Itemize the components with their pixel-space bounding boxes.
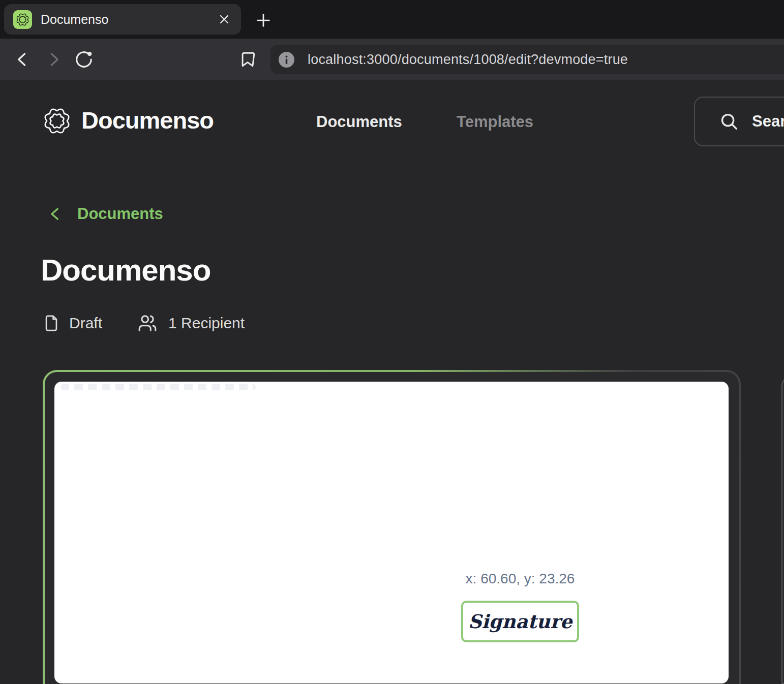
breadcrumb-label: Documents [77, 202, 163, 226]
documenso-logo-icon [43, 107, 71, 135]
browser-toolbar: localhost:3000/documents/1008/edit?devmo… [0, 39, 784, 80]
right-panel-edge [781, 376, 784, 684]
document-card: x: 60.60, y: 23.26 Signature [43, 370, 741, 684]
browser-tab-strip: Documenso [0, 0, 784, 39]
brand-wordmark[interactable]: Documenso [81, 105, 214, 136]
document-card-inner: x: 60.60, y: 23.26 Signature [45, 372, 739, 684]
browser-tab[interactable]: Documenso [4, 4, 241, 35]
file-icon [43, 314, 60, 333]
documenso-favicon [13, 10, 32, 29]
bookmark-icon[interactable] [238, 50, 257, 69]
back-icon[interactable] [13, 50, 33, 69]
search-button-label: Search [752, 112, 784, 131]
browser-window: Documenso [0, 0, 784, 684]
search-icon [719, 112, 739, 131]
status-label: Draft [69, 312, 102, 334]
users-icon [136, 314, 159, 333]
url-text: localhost:3000/documents/1008/edit?devmo… [308, 52, 628, 68]
new-tab-button[interactable] [254, 11, 273, 29]
app-content: Documenso Documents Templates Search Doc… [0, 80, 784, 684]
status-badge: Draft [43, 312, 102, 334]
nav-documents[interactable]: Documents [316, 112, 402, 132]
signature-field-label: Signature [468, 610, 572, 633]
forward-icon[interactable] [44, 50, 63, 69]
recipients-label: 1 Recipient [168, 312, 245, 334]
pdf-page[interactable]: x: 60.60, y: 23.26 Signature [54, 382, 729, 683]
address-bar[interactable]: localhost:3000/documents/1008/edit?devmo… [270, 45, 784, 74]
search-button[interactable]: Search [694, 97, 784, 146]
document-meta-row: Draft 1 Recipient [43, 312, 245, 334]
reload-icon[interactable] [74, 50, 94, 69]
chevron-left-icon [47, 205, 64, 223]
breadcrumb[interactable]: Documents [47, 202, 163, 226]
signature-field[interactable]: Signature [461, 601, 579, 642]
page-title: Documenso [41, 251, 210, 290]
page-top-faded-content [61, 384, 256, 390]
nav-templates[interactable]: Templates [457, 112, 533, 132]
field-coordinates-label: x: 60.60, y: 23.26 [461, 571, 579, 587]
documenso-rosette-icon [16, 13, 29, 26]
tab-title: Documenso [41, 12, 217, 27]
info-icon[interactable] [279, 52, 294, 68]
plus-icon [255, 12, 272, 28]
recipients-badge: 1 Recipient [136, 312, 245, 334]
close-icon[interactable] [217, 12, 232, 27]
